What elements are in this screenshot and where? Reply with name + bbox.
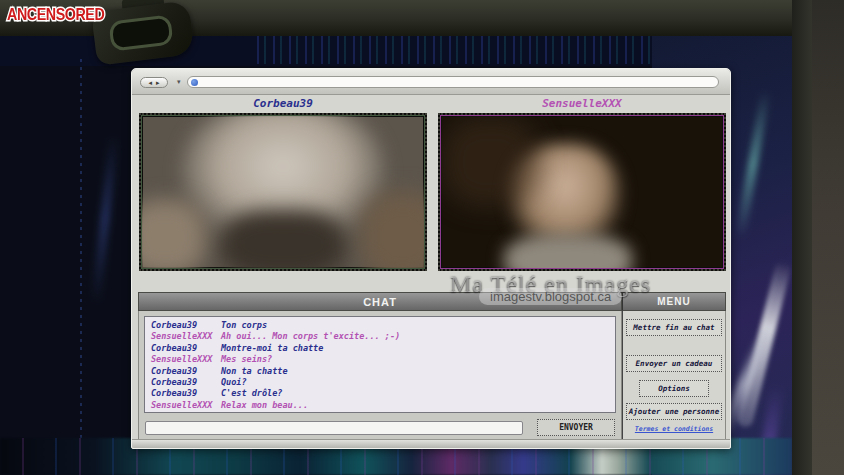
chat-user: Corbeau39: [151, 343, 221, 354]
video-feed-left-inner: [141, 115, 425, 269]
window-titlebar: ◂ ▸ ▾: [132, 69, 730, 95]
video-feed-right: [438, 113, 726, 271]
chat-user: Corbeau39: [151, 320, 221, 331]
chat-user: SensuelleXXX: [151, 354, 221, 365]
chat-user: Corbeau39: [151, 377, 221, 388]
chat-panel: Corbeau39 Ton corps SensuelleXXX Ah oui.…: [138, 311, 622, 441]
menu-button[interactable]: Options: [639, 380, 709, 397]
menu-panel: Mettre fin au chat Envoyer un cadeau Opt…: [622, 311, 726, 441]
logo-text: ANCENSORED: [7, 5, 104, 25]
chat-text: Montre-moi ta chatte: [221, 343, 615, 354]
tv-frame: ◂ ▸ ▾ Corbeau39 SensuelleXXX: [0, 0, 844, 475]
terms-link[interactable]: Termes et conditions: [623, 425, 725, 433]
monitor-right-bezel: [792, 0, 812, 475]
menu-button[interactable]: Envoyer un cadeau: [626, 355, 722, 372]
chat-app-window: ◂ ▸ ▾ Corbeau39 SensuelleXXX: [131, 68, 731, 449]
video-label-left: Corbeau39: [139, 97, 427, 110]
chat-text: Relax mon beau...: [221, 400, 615, 411]
menu-button-list: Mettre fin au chat Envoyer un cadeau Opt…: [623, 319, 725, 420]
address-dropdown-icon[interactable]: ▾: [177, 78, 181, 86]
video-feed-left: [139, 113, 427, 271]
chat-text: Ton corps: [221, 320, 615, 331]
webcam-image-right: [442, 117, 722, 267]
chat-user: Corbeau39: [151, 366, 221, 377]
back-icon[interactable]: ◂: [148, 79, 152, 86]
globe-icon: [191, 79, 198, 86]
chat-header: CHAT: [138, 292, 622, 311]
chat-message-row: SensuelleXXX Mes seins?: [145, 354, 615, 365]
webcam-image-left: [143, 117, 423, 267]
wallpaper-wisp: [735, 89, 771, 238]
chat-text: Mes seins?: [221, 354, 615, 365]
room-wall: [810, 0, 844, 475]
wallpaper-dotted-line: [80, 59, 82, 459]
menu-header: MENU: [622, 292, 726, 311]
video-feed-right-inner: [440, 115, 724, 269]
webcam-device: [88, 0, 198, 62]
forward-icon[interactable]: ▸: [156, 79, 160, 86]
chat-user: SensuelleXXX: [151, 400, 221, 411]
chat-user: Corbeau39: [151, 388, 221, 399]
menu-button[interactable]: Mettre fin au chat: [626, 319, 722, 336]
chat-message-row: Corbeau39 Quoi?: [145, 377, 615, 388]
address-bar[interactable]: [187, 76, 719, 88]
chat-message-row: Corbeau39 Non ta chatte: [145, 366, 615, 377]
chat-message-row: Corbeau39 Montre-moi ta chatte: [145, 343, 615, 354]
chat-text: C'est drôle?: [221, 388, 615, 399]
chat-text: Quoi?: [221, 377, 615, 388]
chat-message-input[interactable]: [145, 421, 523, 435]
chat-message-list: Corbeau39 Ton corps SensuelleXXX Ah oui.…: [144, 316, 616, 413]
window-bottom-edge: [132, 439, 730, 448]
chat-message-row: SensuelleXXX Ah oui... Mon corps t'excit…: [145, 331, 615, 342]
chat-message-row: Corbeau39 Ton corps: [145, 320, 615, 331]
chat-message-row: Corbeau39 C'est drôle?: [145, 388, 615, 399]
chat-message-row: SensuelleXXX Relax mon beau...: [145, 400, 615, 411]
address-input[interactable]: [198, 77, 718, 87]
nav-button-group[interactable]: ◂ ▸: [140, 77, 168, 88]
video-label-right: SensuelleXXX: [438, 97, 726, 110]
chat-text: Non ta chatte: [221, 366, 615, 377]
send-button[interactable]: ENVOYER: [537, 419, 615, 436]
menu-button[interactable]: Ajouter une personne: [626, 403, 722, 420]
chat-text: Ah oui... Mon corps t'excite... ;-): [221, 331, 615, 342]
wallpaper-faint-streak: [91, 134, 119, 304]
chat-user: SensuelleXXX: [151, 331, 221, 342]
